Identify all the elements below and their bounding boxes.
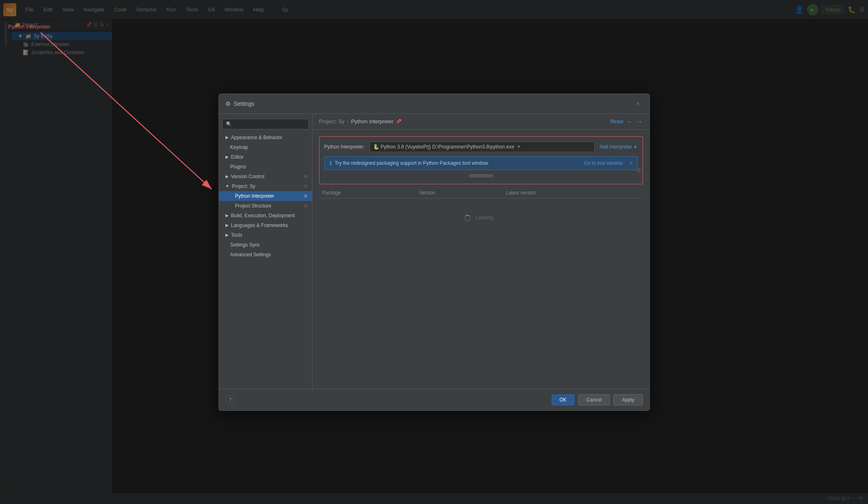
nav-item-label: Editor [231,154,244,160]
breadcrumb-actions: Reset ← → [610,118,643,125]
chevron-right-icon: ▶ [225,135,229,140]
nav-item-label: Python Interpreter [235,193,274,199]
content-main: Python Interpreter: 🐍 Python 3.8 (Vuyebo… [313,130,649,389]
nav-project-structure[interactable]: Project Structure ⊞ [219,201,312,211]
nav-python-interpreter[interactable]: Python Interpreter ⊞ [219,191,312,201]
col-package: Package [319,188,416,199]
nav-tools[interactable]: ▶ Tools [219,230,312,240]
interpreter-box: Python Interpreter: 🐍 Python 3.8 (Vuyebo… [319,136,643,184]
scroll-indicator [469,174,493,177]
nav-item-label: Appearance & Behavior [231,135,283,140]
nav-back-button[interactable]: ← [627,118,633,125]
nav-settings-sync[interactable]: Settings Sync [219,240,312,250]
dialog-footer: ? OK Cancel Apply [219,389,649,410]
add-interpreter-button[interactable]: Add Interpreter ▼ [599,144,637,150]
ok-button[interactable]: OK [551,394,575,406]
info-banner: ℹ Try the redesigned packaging support i… [324,156,638,170]
dialog-body: ▶ Appearance & Behavior Keymap ▶ Editor … [219,114,649,389]
nav-appearance[interactable]: ▶ Appearance & Behavior [219,133,312,142]
breadcrumb-pin-icon: 📌 [396,119,402,124]
nav-item-label: Tools [231,232,243,238]
chevron-right-icon: ▶ [225,174,229,179]
interpreter-select-value: 🐍 Python 3.8 (VuyeboPrj) D:\Programmer\P… [373,144,514,150]
nav-plugins[interactable]: Plugins [219,162,312,172]
arrow-python-interpreter [41,33,212,189]
nav-item-label: Build, Execution, Deployment [231,213,295,218]
nav-item-label: Keymap [230,144,248,150]
nav-item-label: Version Control [231,174,265,179]
reset-button[interactable]: Reset [610,119,623,124]
nav-editor[interactable]: ▶ Editor [219,152,312,162]
nav-forward-button[interactable]: → [636,118,643,125]
settings-title-label: Settings [234,100,255,107]
go-to-tool-window-link[interactable]: Go to tool window [584,160,623,166]
chevron-right-icon: ▶ [225,155,229,159]
breadcrumb-separator: › [347,118,348,124]
nav-item-label: Advanced Settings [230,252,271,257]
settings-nav: ▶ Appearance & Behavior Keymap ▶ Editor … [219,114,313,389]
col-version: Version [416,188,503,199]
nav-item-label: Project: Sy [232,183,255,189]
nav-item-label: Languages & Frameworks [231,223,288,228]
nav-version-control[interactable]: ▶ Version Control ⊞ [219,172,312,181]
interpreter-label: Python Interpreter: [324,144,365,150]
dialog-close-button[interactable]: × [633,99,643,109]
add-interpreter-arrow-icon: ▼ [634,145,638,149]
info-banner-close-button[interactable]: × [629,160,632,166]
cancel-button[interactable]: Cancel [578,394,610,406]
breadcrumb: Project: Sy › Python Interpreter 📌 Reset… [313,114,649,130]
settings-icon: ⚙ [225,100,231,107]
dropdown-arrow-icon: ▼ [517,144,521,149]
help-button[interactable]: ? [225,395,235,405]
dialog-title: ⚙ Settings [225,100,255,107]
nav-languages[interactable]: ▶ Languages & Frameworks [219,220,312,230]
interpreter-row: Python Interpreter: 🐍 Python 3.8 (Vuyebo… [324,142,638,152]
col-latest-version: Latest version [503,188,643,199]
chevron-down-icon: ▼ [225,184,230,188]
footer-buttons: OK Cancel Apply [551,394,643,406]
package-table: Package Version Latest version [319,188,643,199]
info-icon: ℹ [330,160,332,166]
info-text: Try the redesigned packaging support in … [335,160,489,166]
settings-content: Project: Sy › Python Interpreter 📌 Reset… [313,114,649,389]
settings-dialog: ⚙ Settings × ▶ Appearance & Behavior Key… [219,94,650,411]
annotation-text: Python Interpreter [8,24,51,30]
breadcrumb-active: Python Interpreter [351,118,394,124]
nav-keymap[interactable]: Keymap [219,142,312,152]
nav-item-label: Settings Sync [230,242,260,248]
apply-button[interactable]: Apply [613,394,643,406]
nav-build[interactable]: ▶ Build, Execution, Deployment [219,211,312,220]
nav-item-label: Plugins [230,164,246,170]
nav-project-sy[interactable]: ▼ Project: Sy ⊞ [219,181,312,191]
chevron-right-icon: ▶ [225,233,229,237]
dialog-titlebar: ⚙ Settings × [219,94,649,114]
nav-advanced-settings[interactable]: Advanced Settings [219,250,312,260]
loading-indicator: Loading... [319,199,643,238]
settings-search-input[interactable] [222,119,309,129]
breadcrumb-project: Project: Sy [319,118,345,124]
chevron-right-icon: ▶ [225,223,229,227]
loading-text: Loading... [476,215,497,220]
interpreter-select-dropdown[interactable]: 🐍 Python 3.8 (VuyeboPrj) D:\Programmer\P… [370,142,595,152]
spinner-icon [464,215,471,221]
chevron-right-icon: ▶ [225,213,229,218]
nav-item-label: Project Structure [235,203,271,209]
modal-backdrop: ⚙ Settings × ▶ Appearance & Behavior Key… [0,0,868,504]
settings-gear-icon[interactable]: ⚙ [636,167,641,173]
